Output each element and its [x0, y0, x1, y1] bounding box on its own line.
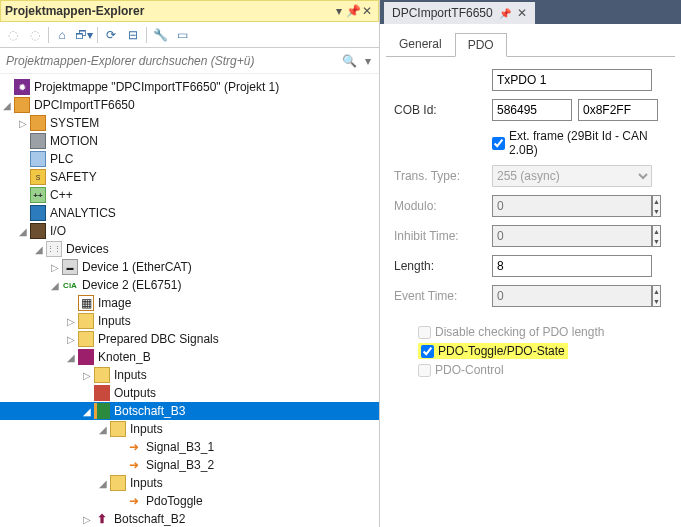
- show-all-icon[interactable]: ▭: [173, 26, 191, 44]
- divider: [48, 27, 49, 43]
- pin-icon[interactable]: 📌: [346, 4, 360, 18]
- plc-icon: [30, 151, 46, 167]
- tree-node-plc[interactable]: PLC: [0, 150, 379, 168]
- tree-node-motion[interactable]: MOTION: [0, 132, 379, 150]
- cobid-dec-input[interactable]: [492, 99, 572, 121]
- tree-node-cpp[interactable]: ++C++: [0, 186, 379, 204]
- disable-check-label: Disable checking of PDO length: [435, 325, 604, 339]
- tree-node-signal-b3-1[interactable]: ➜Signal_B3_1: [0, 438, 379, 456]
- extframe-checkbox[interactable]: [492, 137, 505, 150]
- inhibit-label: Inhibit Time:: [394, 229, 486, 243]
- image-icon: ▦: [78, 295, 94, 311]
- event-input: [492, 285, 652, 307]
- divider: [146, 27, 147, 43]
- tree-node-analytics[interactable]: ANALYTICS: [0, 204, 379, 222]
- document-tab-title: DPCImportTF6650: [392, 6, 493, 20]
- forward-icon[interactable]: ◌: [26, 26, 44, 44]
- tree-node-signal-b3-2[interactable]: ➜Signal_B3_2: [0, 456, 379, 474]
- inputs-icon: [78, 313, 94, 329]
- extframe-label: Ext. frame (29Bit Id - CAN 2.0B): [509, 129, 667, 157]
- tree-node-pdotoggle[interactable]: ➜PdoToggle: [0, 492, 379, 510]
- cia-icon: CiA: [62, 277, 78, 293]
- explorer-toolbar: ◌ ◌ ⌂ 🗗▾ ⟳ ⊟ 🔧 ▭: [0, 22, 379, 48]
- cpp-icon: ++: [30, 187, 46, 203]
- safety-icon: S: [30, 169, 46, 185]
- home-icon[interactable]: ⌂: [53, 26, 71, 44]
- extframe-row: Ext. frame (29Bit Id - CAN 2.0B): [394, 129, 667, 157]
- trans-label: Trans. Type:: [394, 169, 486, 183]
- cobid-label: COB Id:: [394, 103, 486, 117]
- tab-general[interactable]: General: [386, 32, 455, 56]
- pin-icon[interactable]: 📌: [499, 8, 511, 19]
- inputs-icon: [110, 421, 126, 437]
- tree-node-device2[interactable]: ◢CiADevice 2 (EL6751): [0, 276, 379, 294]
- signal-icon: ➜: [126, 457, 142, 473]
- tree-node-inputs2[interactable]: ▷Inputs: [0, 366, 379, 384]
- explorer-search: 🔍 ▾: [0, 48, 379, 74]
- search-dropdown-icon[interactable]: ▾: [361, 54, 375, 68]
- tree-node-botschaft-b3[interactable]: ◢Botschaft_B3: [0, 402, 379, 420]
- tree-node-system[interactable]: ▷SYSTEM: [0, 114, 379, 132]
- modulo-spin: ▲▼: [652, 195, 661, 217]
- refresh-icon[interactable]: ⟳: [102, 26, 120, 44]
- search-icon[interactable]: 🔍: [338, 54, 361, 68]
- solution-tree[interactable]: ✹Projektmappe "DPCImportTF6650" (Projekt…: [0, 74, 379, 527]
- document-tab[interactable]: DPCImportTF6650 📌 ✕: [384, 2, 535, 24]
- inhibit-spin: ▲▼: [652, 225, 661, 247]
- solution-icon: ✹: [14, 79, 30, 95]
- collapse-icon[interactable]: ⊟: [124, 26, 142, 44]
- tree-node-safety[interactable]: SSAFETY: [0, 168, 379, 186]
- solution-explorer-pane: Projektmappen-Explorer ▾ 📌 ✕ ◌ ◌ ⌂ 🗗▾ ⟳ …: [0, 0, 380, 527]
- project-icon: [14, 97, 30, 113]
- tree-node-botschaft-b2[interactable]: ▷⬆Botschaft_B2: [0, 510, 379, 527]
- pdo-toggle-label: PDO-Toggle/PDO-State: [438, 344, 565, 358]
- pane-title: Projektmappen-Explorer: [5, 4, 332, 18]
- project-node[interactable]: ◢DPCImportTF6650: [0, 96, 379, 114]
- inputs-icon: [110, 475, 126, 491]
- document-pane: DPCImportTF6650 📌 ✕ General PDO COB Id: …: [380, 0, 681, 527]
- tree-node-outputs[interactable]: Outputs: [0, 384, 379, 402]
- sync-icon[interactable]: 🗗▾: [75, 26, 93, 44]
- tab-pdo[interactable]: PDO: [455, 33, 507, 57]
- search-input[interactable]: [4, 53, 338, 69]
- tree-node-io[interactable]: ◢I/O: [0, 222, 379, 240]
- tree-node-image[interactable]: ▦Image: [0, 294, 379, 312]
- event-spin: ▲▼: [652, 285, 661, 307]
- tree-node-inputs4[interactable]: ◢Inputs: [0, 474, 379, 492]
- pdo-control-checkbox: [418, 364, 431, 377]
- node-icon: [78, 349, 94, 365]
- pane-titlebar: Projektmappen-Explorer ▾ 📌 ✕: [0, 0, 379, 22]
- tree-node-devices[interactable]: ◢⋮⋮Devices: [0, 240, 379, 258]
- pdo-toggle-checkbox[interactable]: [421, 345, 434, 358]
- trans-type-select: 255 (async): [492, 165, 652, 187]
- close-icon[interactable]: ✕: [360, 4, 374, 18]
- message-icon: [94, 403, 110, 419]
- disable-check-checkbox: [418, 326, 431, 339]
- tree-node-inputs1[interactable]: ▷Inputs: [0, 312, 379, 330]
- outputs-icon: [94, 385, 110, 401]
- cobid-hex-input[interactable]: [578, 99, 658, 121]
- pdo-form: COB Id: Ext. frame (29Bit Id - CAN 2.0B)…: [380, 57, 681, 393]
- signal-icon: ➜: [126, 439, 142, 455]
- tree-node-inputs3[interactable]: ◢Inputs: [0, 420, 379, 438]
- modulo-input: [492, 195, 652, 217]
- divider: [97, 27, 98, 43]
- pdo-name-input[interactable]: [492, 69, 652, 91]
- tree-node-knoten-b[interactable]: ◢Knoten_B: [0, 348, 379, 366]
- inhibit-input: [492, 225, 652, 247]
- length-label: Length:: [394, 259, 486, 273]
- modulo-label: Modulo:: [394, 199, 486, 213]
- tree-node-device1[interactable]: ▷▬Device 1 (EtherCAT): [0, 258, 379, 276]
- io-icon: [30, 223, 46, 239]
- dropdown-icon[interactable]: ▾: [332, 4, 346, 18]
- back-icon[interactable]: ◌: [4, 26, 22, 44]
- close-icon[interactable]: ✕: [517, 6, 527, 20]
- pdo-control-label: PDO-Control: [435, 363, 504, 377]
- length-input[interactable]: [492, 255, 652, 277]
- devices-icon: ⋮⋮: [46, 241, 62, 257]
- tree-node-prepared[interactable]: ▷Prepared DBC Signals: [0, 330, 379, 348]
- device-icon: ▬: [62, 259, 78, 275]
- solution-node[interactable]: ✹Projektmappe "DPCImportTF6650" (Projekt…: [0, 78, 379, 96]
- system-icon: [30, 115, 46, 131]
- properties-icon[interactable]: 🔧: [151, 26, 169, 44]
